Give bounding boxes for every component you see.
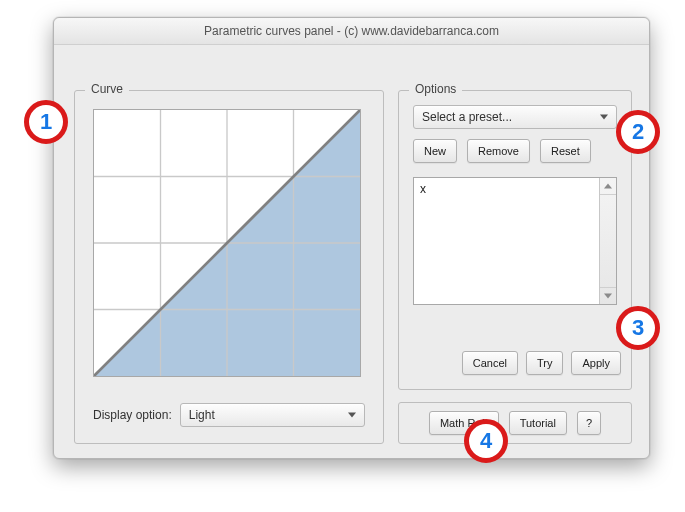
help-button[interactable]: ? <box>577 411 601 435</box>
remove-button[interactable]: Remove <box>467 139 530 163</box>
display-option-dropdown[interactable]: Light <box>180 403 365 427</box>
window-content: Curve Display option: Light <box>54 44 649 458</box>
curve-plot <box>93 109 361 377</box>
preset-dropdown[interactable]: Select a preset... <box>413 105 617 129</box>
scroll-up-icon[interactable] <box>600 178 616 195</box>
curve-groupbox: Curve Display option: Light <box>74 90 384 444</box>
options-groupbox: Options Select a preset... New Remove Re… <box>398 90 632 390</box>
formula-box <box>413 177 617 305</box>
annotation-4: 4 <box>464 419 508 463</box>
formula-scrollbar[interactable] <box>599 178 616 304</box>
chevron-down-icon <box>596 109 612 125</box>
display-option-label: Display option: <box>93 408 172 422</box>
svg-marker-8 <box>600 115 608 120</box>
apply-button[interactable]: Apply <box>571 351 621 375</box>
new-button[interactable]: New <box>413 139 457 163</box>
help-groupbox: Math Ref. Tutorial ? <box>398 402 632 444</box>
annotation-2: 2 <box>616 110 660 154</box>
display-option-row: Display option: Light <box>93 403 365 427</box>
svg-marker-7 <box>348 413 356 418</box>
annotation-3: 3 <box>616 306 660 350</box>
options-legend: Options <box>409 82 462 96</box>
window: Parametric curves panel - (c) www.davide… <box>53 17 650 459</box>
display-option-value: Light <box>189 408 215 422</box>
reset-button[interactable]: Reset <box>540 139 591 163</box>
curve-legend: Curve <box>85 82 129 96</box>
curve-svg <box>94 110 360 376</box>
svg-marker-10 <box>604 294 612 299</box>
scroll-down-icon[interactable] <box>600 287 616 304</box>
try-button[interactable]: Try <box>526 351 563 375</box>
annotation-1: 1 <box>24 100 68 144</box>
window-title: Parametric curves panel - (c) www.davide… <box>54 18 649 45</box>
tutorial-button[interactable]: Tutorial <box>509 411 567 435</box>
cancel-button[interactable]: Cancel <box>462 351 518 375</box>
chevron-down-icon <box>344 407 360 423</box>
formula-input[interactable] <box>414 178 600 304</box>
svg-marker-9 <box>604 184 612 189</box>
preset-value: Select a preset... <box>422 110 512 124</box>
